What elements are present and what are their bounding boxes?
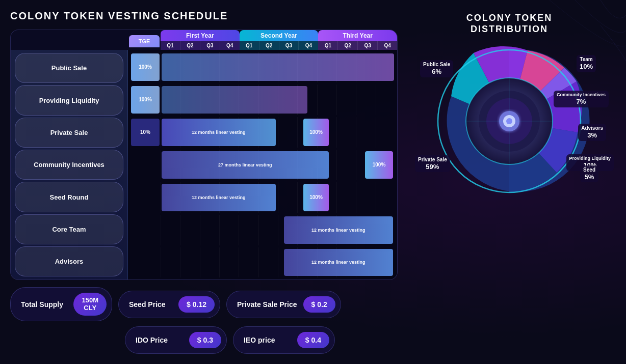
stat-private-price: Private Sale Price $ 0.2 — [226, 291, 341, 318]
gl — [161, 215, 180, 245]
vesting-title: COLONY TOKEN VESTING SCHEDULE — [10, 10, 398, 22]
gl — [219, 215, 239, 245]
schedule-header: TGE First Year Q1 Q2 Q3 Q4 — [11, 30, 397, 50]
donut-chart-container: Public Sale 6% Team 10% Community Incent… — [428, 40, 591, 203]
public-tge-pct: 100% — [131, 53, 160, 81]
gl — [376, 85, 395, 115]
label-seed-pct: Seed 5% — [580, 165, 598, 183]
community-end-pct: 100% — [365, 151, 393, 179]
row-core-team: 12 months linear vesting — [130, 215, 395, 245]
center-dot — [506, 118, 512, 124]
label-private-pct: Private Sale 59% — [415, 155, 450, 173]
gl — [336, 182, 356, 213]
y1-q3: Q3 — [200, 41, 220, 50]
seed-vesting-bar: 12 months linear vesting — [162, 184, 276, 211]
tge-header: TGE — [129, 35, 160, 47]
year-1-block: First Year Q1 Q2 Q3 Q4 — [161, 30, 240, 50]
private-end-pct: 100% — [303, 119, 329, 146]
label-advisors: Advisors — [15, 246, 123, 276]
label-team-pct: Team 10% — [577, 55, 596, 72]
stat-seed-price-value: $ 0.12 — [178, 296, 215, 313]
row-community-incentives: 27 months linear vesting 100% — [130, 150, 395, 180]
stats-bottom: Total Supply 150MCLY Seed Price $ 0.12 P… — [10, 287, 398, 321]
y3-q3: Q3 — [358, 41, 378, 50]
gl — [200, 215, 219, 245]
public-main-bar — [162, 53, 394, 81]
seed-end-pct: 100% — [303, 184, 329, 211]
gl — [239, 215, 258, 245]
main-layout: COLONY TOKEN VESTING SCHEDULE TGE First … — [0, 0, 626, 364]
gl — [258, 215, 278, 245]
row-private-sale: 10% 12 months linear vesting 100% — [130, 117, 395, 148]
stat-private-price-label: Private Sale Price — [237, 300, 297, 309]
label-community: Community Incentives — [15, 150, 123, 180]
label-coreteam: Core Team — [15, 214, 123, 244]
distribution-section: COLONY TOKENDISTRIBUTION — [403, 10, 616, 354]
gl — [376, 117, 395, 148]
community-vesting-bar: 27 months linear vesting — [162, 151, 329, 179]
y1-q4: Q4 — [220, 41, 240, 50]
advisors-vesting-bar: 12 months linear vesting — [284, 249, 393, 276]
gl — [356, 182, 375, 213]
grid-area: 100% 100% — [128, 50, 397, 279]
gl — [258, 247, 278, 278]
private-tge-pct: 10% — [131, 119, 160, 146]
row-seed-round: 12 months linear vesting 100% — [130, 182, 395, 213]
year-2-block: Second Year Q1 Q2 Q3 Q4 — [240, 30, 319, 50]
year-1-quarters: Q1 Q2 Q3 Q4 — [161, 41, 240, 50]
y3-q1: Q1 — [318, 41, 338, 50]
liquidity-main-bar — [162, 86, 307, 114]
stat-seed-price: Seed Price $ 0.12 — [118, 291, 220, 318]
gl — [180, 215, 199, 245]
stat-seed-price-label: Seed Price — [129, 300, 172, 309]
year-3-label: Third Year — [318, 30, 397, 41]
private-vesting-bar: 12 months linear vesting — [162, 119, 276, 146]
year-2-label: Second Year — [240, 30, 319, 41]
y2-q4: Q4 — [299, 41, 318, 50]
stat-total-supply: Total Supply 150MCLY — [10, 287, 112, 321]
gl — [336, 117, 356, 148]
stat-ido-price-value: $ 0.3 — [189, 332, 221, 348]
label-community-pct: Community Incentives 7% — [554, 91, 609, 107]
y1-q2: Q2 — [180, 41, 200, 50]
coreteam-vesting-bar: 12 months linear vesting — [284, 216, 393, 244]
gl — [317, 85, 336, 115]
row-liquidity: 100% — [130, 85, 395, 115]
stat-ieo-price-label: IEO price — [244, 336, 291, 344]
y2-q2: Q2 — [259, 41, 279, 50]
gl — [336, 150, 356, 180]
y2-q3: Q3 — [279, 41, 299, 50]
stats-bottom-2: IDO Price $ 0.3 IEO price $ 0.4 — [125, 326, 398, 354]
year-1-label: First Year — [161, 30, 240, 41]
gl — [278, 117, 297, 148]
gl — [356, 117, 375, 148]
stat-ido-price: IDO Price $ 0.3 — [125, 326, 227, 354]
label-private-sale: Private Sale — [15, 118, 123, 148]
gl — [219, 247, 239, 278]
year-3-block: Third Year Q1 Q2 Q3 Q4 — [318, 30, 397, 50]
stat-total-supply-label: Total Supply — [21, 300, 67, 309]
stat-private-price-value: $ 0.2 — [303, 296, 335, 313]
y1-q1: Q1 — [161, 41, 180, 50]
stat-total-supply-value: 150MCLY — [73, 293, 107, 316]
year-3-quarters: Q1 Q2 Q3 Q4 — [318, 41, 397, 50]
gl — [200, 247, 219, 278]
y3-q2: Q2 — [338, 41, 358, 50]
label-col-spacer — [11, 30, 128, 50]
vesting-section: COLONY TOKEN VESTING SCHEDULE TGE First … — [10, 10, 398, 354]
label-advisors-pct: Advisors 3% — [578, 124, 606, 141]
label-public-sale-pct: Public Sale 6% — [420, 60, 453, 77]
year-2-quarters: Q1 Q2 Q3 Q4 — [240, 41, 319, 50]
row-advisors: 12 months linear vesting — [130, 247, 395, 278]
year-row: TGE First Year Q1 Q2 Q3 Q4 — [128, 30, 397, 50]
gl — [336, 85, 356, 115]
label-public-sale: Public Sale — [15, 53, 123, 83]
stat-ido-price-label: IDO Price — [136, 336, 183, 344]
stat-ieo-price: IEO price $ 0.4 — [233, 326, 335, 354]
row-public-sale: 100% — [130, 52, 395, 82]
label-seed: Seed Round — [15, 182, 123, 212]
gl — [161, 247, 180, 278]
grid-header: TGE First Year Q1 Q2 Q3 Q4 — [128, 30, 397, 50]
schedule-table: TGE First Year Q1 Q2 Q3 Q4 — [10, 30, 398, 280]
y3-q4: Q4 — [378, 41, 397, 50]
